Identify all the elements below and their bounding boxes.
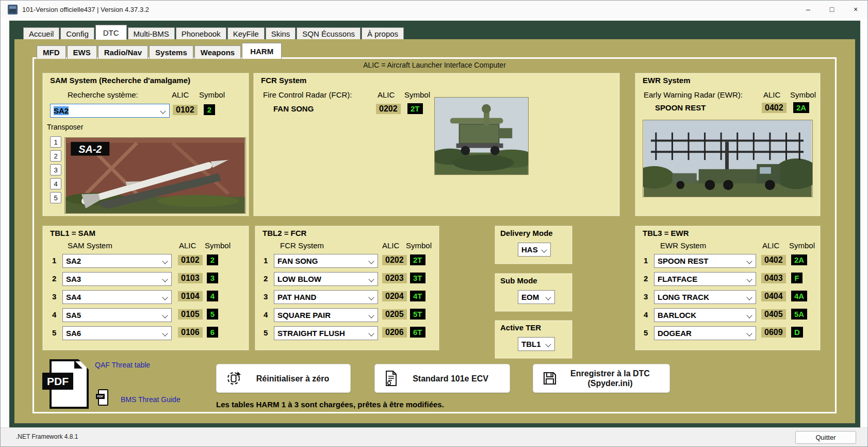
tab-weapons[interactable]: Weapons bbox=[194, 45, 241, 59]
qaf-threat-table-link[interactable]: QAF Threat table bbox=[95, 361, 150, 369]
tbl3-row4-dropdown[interactable]: BARLOCK bbox=[654, 308, 756, 322]
tbl1-row3-symbol: 4 bbox=[207, 291, 218, 301]
tbl1-row4-alic: 0105 bbox=[178, 309, 203, 320]
quit-button[interactable]: Quitter bbox=[795, 431, 856, 444]
ewr-title: EWR System bbox=[643, 76, 691, 85]
tbl2-symbol-header: Symbol bbox=[406, 241, 432, 250]
transpose-button-3[interactable]: 3 bbox=[50, 164, 61, 175]
tbl2-row3-dropdown[interactable]: PAT HAND bbox=[274, 290, 378, 304]
tbl2-row-num: 3 bbox=[264, 292, 268, 301]
tbl3-alic-header: ALIC bbox=[762, 241, 779, 250]
sam-search-label: Recherche système: bbox=[68, 90, 138, 99]
active-ter-value: TBL1 bbox=[521, 340, 541, 348]
tab-sqn-ecussons[interactable]: SQN Écussons bbox=[297, 27, 361, 40]
active-ter-dropdown[interactable]: TBL1 bbox=[518, 337, 555, 351]
maximize-icon[interactable]: □ bbox=[820, 1, 844, 18]
tab-systems[interactable]: Systems bbox=[149, 45, 193, 59]
transpose-button-2[interactable]: 2 bbox=[50, 150, 61, 162]
tbl1-row5-alic: 0106 bbox=[178, 327, 203, 338]
fcr-groupbox: FCR System Fire Control Radar (FCR): ALI… bbox=[253, 73, 620, 216]
sub-mode-dropdown[interactable]: EOM bbox=[518, 290, 555, 304]
window-controls: – □ × bbox=[796, 1, 867, 18]
tab-a-propos[interactable]: À propos bbox=[362, 27, 404, 40]
tbl3-row3-symbol: 4A bbox=[791, 291, 807, 301]
fcr-symbol-badge: 2T bbox=[407, 103, 423, 114]
tab-phonebook[interactable]: Phonebook bbox=[176, 27, 226, 40]
tbl2-row5-dropdown[interactable]: STRAIGHT FLUSH bbox=[274, 326, 378, 340]
ewr-symbol-badge: 2A bbox=[793, 102, 809, 113]
tbl3-row-num: 4 bbox=[644, 310, 648, 319]
tbl1-row3-value: SA4 bbox=[66, 293, 81, 301]
delivery-mode-value: HAS bbox=[521, 245, 538, 254]
transpose-button-1[interactable]: 1 bbox=[50, 136, 61, 148]
tbl3-row2-dropdown[interactable]: FLATFACE bbox=[654, 272, 756, 286]
tbl3-row-num: 3 bbox=[644, 292, 648, 301]
tbl3-row-num: 1 bbox=[644, 256, 648, 265]
harm-panel: ALIC = Aircraft Launcher Interface Compu… bbox=[32, 57, 837, 413]
tbl2-row1-dropdown[interactable]: FAN SONG bbox=[274, 254, 378, 268]
tab-ews[interactable]: EWS bbox=[67, 45, 97, 59]
tab-skins[interactable]: Skins bbox=[266, 27, 296, 40]
tbl1-row4-dropdown[interactable]: SA5 bbox=[62, 308, 172, 322]
save-dtc-button[interactable]: Enregistrer à la DTC (Spyder.ini) bbox=[533, 364, 670, 393]
save-button-line2: (Spyder.ini) bbox=[557, 378, 663, 388]
tab-accueil[interactable]: Accueil bbox=[23, 27, 59, 40]
tab-config[interactable]: Config bbox=[60, 27, 94, 40]
ewr-alic-value: 0402 bbox=[762, 103, 787, 113]
tab-harm[interactable]: HARM bbox=[242, 43, 282, 59]
tbl1-row2-dropdown[interactable]: SA3 bbox=[62, 272, 172, 286]
tbl3-row5-dropdown[interactable]: DOGEAR bbox=[654, 326, 756, 340]
tab-mfd[interactable]: MFD bbox=[37, 45, 66, 59]
tbl1-row3-dropdown[interactable]: SA4 bbox=[62, 290, 172, 304]
standard-button-label: Standard 101e ECV bbox=[398, 374, 503, 384]
delivery-mode-groupbox: Delivery Mode HAS bbox=[495, 226, 572, 264]
active-ter-title: Active TER bbox=[500, 323, 541, 332]
tbl1-groupbox: TBL1 = SAM SAM System ALIC Symbol 1 SA2 … bbox=[42, 226, 249, 350]
tbl2-row5-value: STRAIGHT FLUSH bbox=[277, 329, 345, 338]
title-bar: 101-Version officielle437 | Version 4.37… bbox=[1, 1, 867, 18]
reset-button[interactable]: Réinitialiser à zéro bbox=[216, 364, 351, 393]
save-button-label: Enregistrer à la DTC (Spyder.ini) bbox=[557, 369, 663, 388]
tbl3-symbol-header: Symbol bbox=[789, 241, 815, 250]
fcr-alic-value: 0202 bbox=[376, 104, 401, 114]
sam-search-title: SAM System (Recherche d'amalgame) bbox=[50, 76, 190, 85]
ewr-groupbox: EWR System Early Warning Radar (EWR): AL… bbox=[635, 73, 821, 216]
active-ter-groupbox: Active TER TBL1 bbox=[495, 320, 572, 359]
tbl3-row1-alic: 0402 bbox=[761, 255, 786, 265]
minimize-icon[interactable]: – bbox=[796, 1, 820, 18]
tbl2-row4-dropdown[interactable]: SQUARE PAIR bbox=[274, 308, 378, 322]
tbl2-groupbox: TBL2 = FCR FCR System ALIC Symbol 1 FAN … bbox=[255, 226, 439, 350]
spoon-rest-radar-photo bbox=[643, 120, 813, 197]
bms-pdf-icon[interactable]: PDF bbox=[96, 389, 108, 406]
tbl1-row5-dropdown[interactable]: SA6 bbox=[62, 326, 172, 340]
bms-threat-guide-link[interactable]: BMS Threat Guide bbox=[121, 395, 181, 404]
tbl3-row-num: 5 bbox=[644, 328, 648, 337]
transpose-button-5[interactable]: 5 bbox=[50, 192, 61, 203]
main-tab-strip: Accueil Config DTC Multi-BMS Phonebook K… bbox=[23, 25, 405, 40]
tbl3-row3-dropdown[interactable]: LONG TRACK bbox=[654, 290, 756, 304]
framework-version: .NET Framework 4.8.1 bbox=[16, 433, 78, 440]
sam-search-dropdown[interactable]: SA2 bbox=[50, 104, 170, 118]
qaf-pdf-icon[interactable]: PDF bbox=[42, 359, 90, 409]
tbl3-row5-alic: 0609 bbox=[761, 327, 786, 338]
tab-multi-bms[interactable]: Multi-BMS bbox=[128, 27, 175, 40]
tbl3-row3-value: LONG TRACK bbox=[658, 293, 709, 301]
delivery-mode-dropdown[interactable]: HAS bbox=[518, 243, 551, 257]
tbl2-row4-value: SQUARE PAIR bbox=[277, 311, 331, 320]
tbl1-row1-dropdown[interactable]: SA2 bbox=[62, 254, 172, 268]
transpose-button-4[interactable]: 4 bbox=[50, 178, 61, 189]
tbl3-row2-alic: 0403 bbox=[761, 273, 786, 283]
tbl3-row3-alic: 0404 bbox=[761, 291, 786, 301]
close-icon[interactable]: × bbox=[844, 1, 867, 18]
tab-dtc[interactable]: DTC bbox=[95, 25, 127, 40]
tbl1-row-num: 1 bbox=[52, 256, 56, 265]
tab-keyfile[interactable]: KeyFile bbox=[227, 27, 265, 40]
tbl3-row1-dropdown[interactable]: SPOON REST bbox=[654, 254, 756, 268]
tbl3-row4-symbol: 5A bbox=[791, 309, 807, 320]
ewr-alic-header: ALIC bbox=[763, 90, 780, 99]
tbl3-row5-value: DOGEAR bbox=[658, 329, 692, 338]
tbl1-row2-symbol: 3 bbox=[207, 273, 218, 283]
standard-button[interactable]: Standard 101e ECV bbox=[374, 364, 510, 393]
tab-radio-nav[interactable]: Radio/Nav bbox=[98, 45, 148, 59]
tbl2-row2-dropdown[interactable]: LOW BLOW bbox=[274, 272, 378, 286]
